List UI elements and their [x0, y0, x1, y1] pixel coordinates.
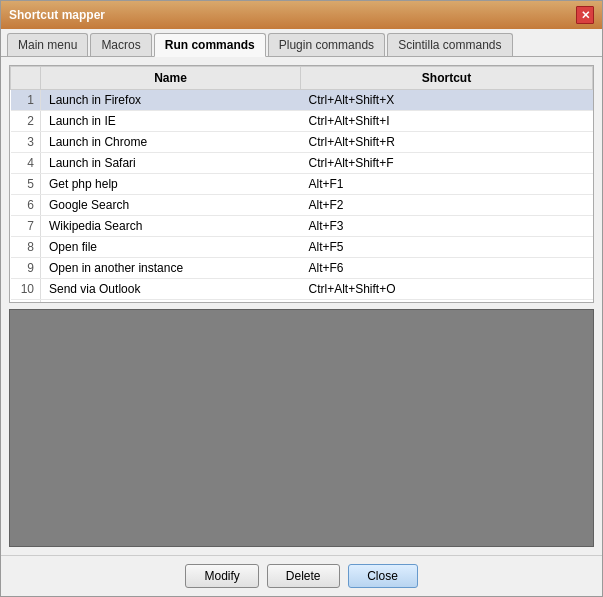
table-body: 1Launch in FirefoxCtrl+Alt+Shift+X2Launc… — [11, 90, 593, 304]
table-row[interactable]: 2Launch in IECtrl+Alt+Shift+I — [11, 111, 593, 132]
row-number: 11 — [11, 300, 41, 304]
row-number: 5 — [11, 174, 41, 195]
content-area: Name Shortcut 1Launch in FirefoxCtrl+Alt… — [1, 57, 602, 555]
row-number: 10 — [11, 279, 41, 300]
row-name: Google Search — [41, 195, 301, 216]
table-row[interactable]: 4Launch in SafariCtrl+Alt+Shift+F — [11, 153, 593, 174]
row-name: Launch in Firefox — [41, 90, 301, 111]
table-row[interactable]: 11RunPythonCtrl+F5 — [11, 300, 593, 304]
tab-run-commands[interactable]: Run commands — [154, 33, 266, 57]
tab-macros[interactable]: Macros — [90, 33, 151, 56]
title-bar: Shortcut mapper ✕ — [1, 1, 602, 29]
shortcuts-table-container: Name Shortcut 1Launch in FirefoxCtrl+Alt… — [9, 65, 594, 303]
row-number: 7 — [11, 216, 41, 237]
col-num-header — [11, 67, 41, 90]
row-shortcut: Ctrl+Alt+Shift+O — [301, 279, 593, 300]
row-name: Launch in Chrome — [41, 132, 301, 153]
table-row[interactable]: 7Wikipedia SearchAlt+F3 — [11, 216, 593, 237]
shortcuts-table: Name Shortcut 1Launch in FirefoxCtrl+Alt… — [10, 66, 593, 303]
row-number: 4 — [11, 153, 41, 174]
row-shortcut: Ctrl+Alt+Shift+R — [301, 132, 593, 153]
window-title: Shortcut mapper — [9, 8, 105, 22]
col-shortcut-header: Shortcut — [301, 67, 593, 90]
row-shortcut: Alt+F1 — [301, 174, 593, 195]
row-name: RunPython — [41, 300, 301, 304]
row-name: Launch in Safari — [41, 153, 301, 174]
table-row[interactable]: 1Launch in FirefoxCtrl+Alt+Shift+X — [11, 90, 593, 111]
delete-button[interactable]: Delete — [267, 564, 340, 588]
row-name: Open file — [41, 237, 301, 258]
row-shortcut: Ctrl+Alt+Shift+X — [301, 90, 593, 111]
row-name: Send via Outlook — [41, 279, 301, 300]
row-number: 1 — [11, 90, 41, 111]
tab-plugin-commands[interactable]: Plugin commands — [268, 33, 385, 56]
row-number: 2 — [11, 111, 41, 132]
row-number: 3 — [11, 132, 41, 153]
tab-main-menu[interactable]: Main menu — [7, 33, 88, 56]
close-button[interactable]: Close — [348, 564, 418, 588]
row-name: Open in another instance — [41, 258, 301, 279]
table-row[interactable]: 10Send via OutlookCtrl+Alt+Shift+O — [11, 279, 593, 300]
row-name: Launch in IE — [41, 111, 301, 132]
empty-area — [9, 309, 594, 547]
modify-button[interactable]: Modify — [185, 564, 258, 588]
row-shortcut: Alt+F3 — [301, 216, 593, 237]
row-shortcut: Ctrl+F5 — [301, 300, 593, 304]
row-shortcut: Ctrl+Alt+Shift+F — [301, 153, 593, 174]
table-row[interactable]: 5Get php helpAlt+F1 — [11, 174, 593, 195]
table-row[interactable]: 3Launch in ChromeCtrl+Alt+Shift+R — [11, 132, 593, 153]
tab-bar: Main menuMacrosRun commandsPlugin comman… — [1, 29, 602, 57]
row-number: 6 — [11, 195, 41, 216]
row-shortcut: Ctrl+Alt+Shift+I — [301, 111, 593, 132]
row-shortcut: Alt+F2 — [301, 195, 593, 216]
col-name-header: Name — [41, 67, 301, 90]
row-name: Get php help — [41, 174, 301, 195]
row-shortcut: Alt+F6 — [301, 258, 593, 279]
shortcut-mapper-window: Shortcut mapper ✕ Main menuMacrosRun com… — [0, 0, 603, 597]
table-row[interactable]: 9Open in another instanceAlt+F6 — [11, 258, 593, 279]
row-shortcut: Alt+F5 — [301, 237, 593, 258]
tab-scintilla-commands[interactable]: Scintilla commands — [387, 33, 512, 56]
row-number: 8 — [11, 237, 41, 258]
row-number: 9 — [11, 258, 41, 279]
table-row[interactable]: 6Google SearchAlt+F2 — [11, 195, 593, 216]
button-bar: Modify Delete Close — [1, 555, 602, 596]
table-row[interactable]: 8Open fileAlt+F5 — [11, 237, 593, 258]
close-window-button[interactable]: ✕ — [576, 6, 594, 24]
row-name: Wikipedia Search — [41, 216, 301, 237]
